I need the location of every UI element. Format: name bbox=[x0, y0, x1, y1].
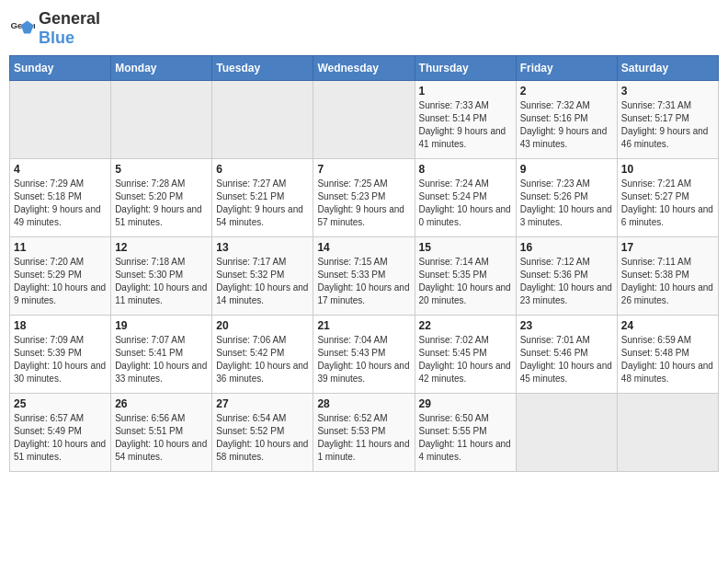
calendar-cell: 12Sunrise: 7:18 AMSunset: 5:30 PMDayligh… bbox=[111, 237, 212, 316]
day-number: 19 bbox=[115, 319, 208, 332]
day-info: Sunrise: 6:56 AMSunset: 5:51 PMDaylight:… bbox=[115, 412, 208, 464]
calendar-cell: 24Sunrise: 6:59 AMSunset: 5:48 PMDayligh… bbox=[617, 316, 718, 394]
calendar-cell: 3Sunrise: 7:31 AMSunset: 5:17 PMDaylight… bbox=[617, 81, 718, 159]
day-info: Sunrise: 7:25 AMSunset: 5:23 PMDaylight:… bbox=[317, 178, 410, 229]
calendar-cell: 15Sunrise: 7:14 AMSunset: 5:35 PMDayligh… bbox=[415, 237, 516, 316]
day-number: 18 bbox=[14, 319, 107, 332]
day-info: Sunrise: 7:24 AMSunset: 5:24 PMDaylight:… bbox=[419, 178, 512, 229]
day-number: 9 bbox=[520, 163, 613, 176]
calendar-cell: 10Sunrise: 7:21 AMSunset: 5:27 PMDayligh… bbox=[617, 159, 718, 237]
day-number: 7 bbox=[317, 163, 410, 176]
day-number: 3 bbox=[621, 85, 714, 98]
day-number: 5 bbox=[115, 163, 208, 176]
calendar-cell: 5Sunrise: 7:28 AMSunset: 5:20 PMDaylight… bbox=[111, 159, 212, 237]
day-info: Sunrise: 6:59 AMSunset: 5:48 PMDaylight:… bbox=[621, 334, 714, 385]
column-header-sunday: Sunday bbox=[10, 56, 111, 81]
day-info: Sunrise: 7:28 AMSunset: 5:20 PMDaylight:… bbox=[115, 178, 208, 229]
column-header-friday: Friday bbox=[516, 56, 617, 81]
logo-general: General bbox=[39, 9, 100, 28]
calendar-cell: 25Sunrise: 6:57 AMSunset: 5:49 PMDayligh… bbox=[10, 394, 111, 472]
calendar-cell bbox=[516, 394, 617, 472]
day-number: 28 bbox=[317, 397, 410, 410]
calendar-cell bbox=[617, 394, 718, 472]
day-number: 12 bbox=[115, 241, 208, 254]
day-number: 23 bbox=[520, 319, 613, 332]
day-info: Sunrise: 7:17 AMSunset: 5:32 PMDaylight:… bbox=[216, 256, 309, 307]
calendar-cell bbox=[313, 81, 415, 159]
calendar-cell: 20Sunrise: 7:06 AMSunset: 5:42 PMDayligh… bbox=[212, 316, 313, 394]
calendar-cell bbox=[111, 81, 212, 159]
day-number: 25 bbox=[14, 397, 107, 410]
day-info: Sunrise: 7:12 AMSunset: 5:36 PMDaylight:… bbox=[520, 256, 613, 307]
day-info: Sunrise: 7:27 AMSunset: 5:21 PMDaylight:… bbox=[216, 178, 309, 229]
day-info: Sunrise: 7:18 AMSunset: 5:30 PMDaylight:… bbox=[115, 256, 208, 307]
logo: General General Blue bbox=[9, 9, 100, 48]
calendar-cell bbox=[212, 81, 313, 159]
calendar-cell: 11Sunrise: 7:20 AMSunset: 5:29 PMDayligh… bbox=[10, 237, 111, 316]
column-header-tuesday: Tuesday bbox=[212, 56, 313, 81]
calendar-cell: 4Sunrise: 7:29 AMSunset: 5:18 PMDaylight… bbox=[10, 159, 111, 237]
calendar-cell: 23Sunrise: 7:01 AMSunset: 5:46 PMDayligh… bbox=[516, 316, 617, 394]
day-info: Sunrise: 7:04 AMSunset: 5:43 PMDaylight:… bbox=[317, 334, 410, 385]
day-info: Sunrise: 7:06 AMSunset: 5:42 PMDaylight:… bbox=[216, 334, 309, 385]
day-info: Sunrise: 6:50 AMSunset: 5:55 PMDaylight:… bbox=[419, 412, 512, 464]
calendar-cell: 7Sunrise: 7:25 AMSunset: 5:23 PMDaylight… bbox=[313, 159, 415, 237]
day-info: Sunrise: 7:02 AMSunset: 5:45 PMDaylight:… bbox=[419, 334, 512, 385]
column-header-thursday: Thursday bbox=[415, 56, 516, 81]
column-header-wednesday: Wednesday bbox=[313, 56, 415, 81]
logo-blue: Blue bbox=[39, 29, 74, 47]
column-header-saturday: Saturday bbox=[617, 56, 718, 81]
day-number: 2 bbox=[520, 85, 613, 98]
day-number: 6 bbox=[216, 163, 309, 176]
day-info: Sunrise: 7:32 AMSunset: 5:16 PMDaylight:… bbox=[520, 99, 613, 151]
calendar-cell: 28Sunrise: 6:52 AMSunset: 5:53 PMDayligh… bbox=[313, 394, 415, 472]
day-number: 17 bbox=[621, 241, 714, 254]
day-info: Sunrise: 7:23 AMSunset: 5:26 PMDaylight:… bbox=[520, 178, 613, 229]
day-info: Sunrise: 6:52 AMSunset: 5:53 PMDaylight:… bbox=[317, 412, 410, 464]
calendar-cell: 26Sunrise: 6:56 AMSunset: 5:51 PMDayligh… bbox=[111, 394, 212, 472]
day-number: 22 bbox=[419, 319, 512, 332]
calendar-cell: 1Sunrise: 7:33 AMSunset: 5:14 PMDaylight… bbox=[415, 81, 516, 159]
day-number: 13 bbox=[216, 241, 309, 254]
calendar-cell: 13Sunrise: 7:17 AMSunset: 5:32 PMDayligh… bbox=[212, 237, 313, 316]
calendar-cell: 16Sunrise: 7:12 AMSunset: 5:36 PMDayligh… bbox=[516, 237, 617, 316]
calendar-cell bbox=[10, 81, 111, 159]
day-number: 8 bbox=[419, 163, 512, 176]
day-info: Sunrise: 7:14 AMSunset: 5:35 PMDaylight:… bbox=[419, 256, 512, 307]
day-info: Sunrise: 7:31 AMSunset: 5:17 PMDaylight:… bbox=[621, 99, 714, 151]
day-info: Sunrise: 7:29 AMSunset: 5:18 PMDaylight:… bbox=[14, 178, 107, 229]
column-header-monday: Monday bbox=[111, 56, 212, 81]
day-number: 20 bbox=[216, 319, 309, 332]
day-number: 4 bbox=[14, 163, 107, 176]
calendar-cell: 29Sunrise: 6:50 AMSunset: 5:55 PMDayligh… bbox=[415, 394, 516, 472]
day-number: 16 bbox=[520, 241, 613, 254]
day-info: Sunrise: 6:57 AMSunset: 5:49 PMDaylight:… bbox=[14, 412, 107, 464]
day-number: 21 bbox=[317, 319, 410, 332]
day-info: Sunrise: 7:20 AMSunset: 5:29 PMDaylight:… bbox=[14, 256, 107, 307]
calendar-cell: 22Sunrise: 7:02 AMSunset: 5:45 PMDayligh… bbox=[415, 316, 516, 394]
day-number: 10 bbox=[621, 163, 714, 176]
day-info: Sunrise: 7:21 AMSunset: 5:27 PMDaylight:… bbox=[621, 178, 714, 229]
calendar-cell: 27Sunrise: 6:54 AMSunset: 5:52 PMDayligh… bbox=[212, 394, 313, 472]
day-number: 26 bbox=[115, 397, 208, 410]
day-info: Sunrise: 6:54 AMSunset: 5:52 PMDaylight:… bbox=[216, 412, 309, 464]
day-info: Sunrise: 7:09 AMSunset: 5:39 PMDaylight:… bbox=[14, 334, 107, 385]
day-info: Sunrise: 7:33 AMSunset: 5:14 PMDaylight:… bbox=[419, 99, 512, 151]
calendar-cell: 19Sunrise: 7:07 AMSunset: 5:41 PMDayligh… bbox=[111, 316, 212, 394]
day-number: 27 bbox=[216, 397, 309, 410]
calendar-cell: 9Sunrise: 7:23 AMSunset: 5:26 PMDaylight… bbox=[516, 159, 617, 237]
day-number: 24 bbox=[621, 319, 714, 332]
day-info: Sunrise: 7:01 AMSunset: 5:46 PMDaylight:… bbox=[520, 334, 613, 385]
day-info: Sunrise: 7:15 AMSunset: 5:33 PMDaylight:… bbox=[317, 256, 410, 307]
day-number: 14 bbox=[317, 241, 410, 254]
day-info: Sunrise: 7:07 AMSunset: 5:41 PMDaylight:… bbox=[115, 334, 208, 385]
calendar-table: SundayMondayTuesdayWednesdayThursdayFrid… bbox=[9, 55, 719, 472]
day-info: Sunrise: 7:11 AMSunset: 5:38 PMDaylight:… bbox=[621, 256, 714, 307]
day-number: 29 bbox=[419, 397, 512, 410]
calendar-cell: 21Sunrise: 7:04 AMSunset: 5:43 PMDayligh… bbox=[313, 316, 415, 394]
calendar-cell: 17Sunrise: 7:11 AMSunset: 5:38 PMDayligh… bbox=[617, 237, 718, 316]
calendar-cell: 18Sunrise: 7:09 AMSunset: 5:39 PMDayligh… bbox=[10, 316, 111, 394]
day-number: 11 bbox=[14, 241, 107, 254]
calendar-cell: 6Sunrise: 7:27 AMSunset: 5:21 PMDaylight… bbox=[212, 159, 313, 237]
calendar-cell: 14Sunrise: 7:15 AMSunset: 5:33 PMDayligh… bbox=[313, 237, 415, 316]
